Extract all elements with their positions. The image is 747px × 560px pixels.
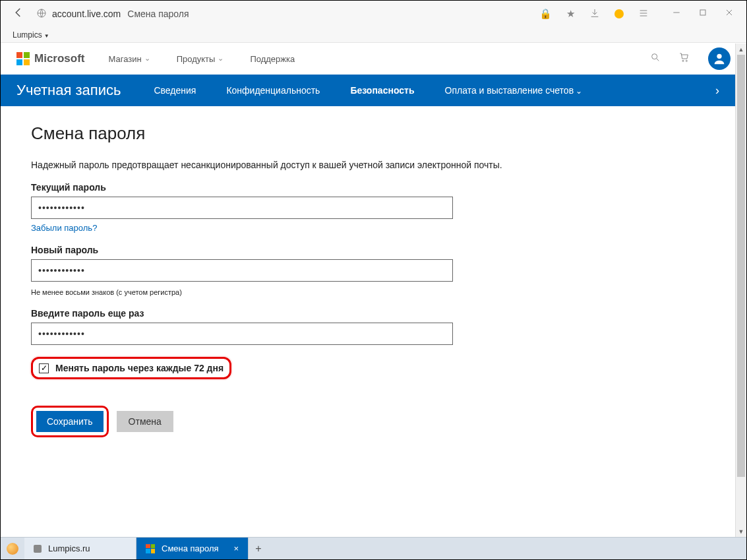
nav-store[interactable]: Магазин — [109, 54, 150, 64]
start-orb-icon — [7, 543, 18, 555]
main-content: Смена пароля Надежный пароль предотвраща… — [1, 106, 746, 454]
new-password-label: Новый пароль — [31, 245, 716, 255]
new-tab-button[interactable]: + — [249, 538, 268, 559]
account-heading: Учетная запись — [16, 82, 121, 99]
confirm-password-label: Введите пароль еще раз — [31, 308, 716, 319]
scroll-thumb[interactable] — [737, 55, 745, 477]
microsoft-logo-text: Microsoft — [34, 52, 85, 65]
nav-products[interactable]: Продукты — [177, 54, 224, 64]
search-icon[interactable] — [650, 52, 661, 65]
tab-privacy[interactable]: Конфиденциальность — [226, 85, 320, 96]
new-password-input[interactable]: •••••••••••• — [31, 259, 453, 282]
menu-icon[interactable] — [638, 8, 649, 20]
lock-icon[interactable]: 🔒 — [539, 8, 552, 20]
rotate-password-checkbox[interactable]: ✓ — [39, 363, 49, 373]
taskbar-tab-lumpics[interactable]: Lumpics.ru — [24, 538, 136, 559]
extension-icon[interactable] — [614, 9, 624, 18]
taskbar-tab-active[interactable]: Смена пароля × — [136, 538, 249, 559]
confirm-password-input[interactable]: •••••••••••• — [31, 323, 453, 345]
taskbar-tab-label: Смена пароля — [162, 544, 219, 553]
cart-icon[interactable] — [679, 52, 690, 65]
window-close-icon[interactable] — [724, 7, 734, 20]
rotate-password-highlight: ✓ Менять пароль через каждые 72 дня — [31, 357, 231, 379]
svg-point-2 — [652, 54, 657, 59]
svg-point-4 — [686, 60, 687, 61]
bookmark-item[interactable]: Lumpics▼ — [13, 30, 49, 40]
nav-scroll-right-icon[interactable]: › — [704, 84, 731, 98]
page-subtitle: Надежный пароль предотвращает несанкцион… — [31, 160, 716, 170]
url-page-title: Смена пароля — [127, 9, 189, 19]
save-button[interactable]: Сохранить — [36, 411, 104, 432]
tab-security[interactable]: Безопасность — [350, 85, 414, 96]
url-host: account.live.com — [52, 9, 121, 19]
window-minimize-icon[interactable] — [671, 7, 682, 20]
address-bar[interactable]: account.live.com Смена пароля — [36, 8, 527, 20]
downloads-icon[interactable] — [589, 8, 600, 20]
bookmark-star-icon[interactable]: ★ — [566, 8, 575, 20]
windows-logo-icon — [146, 544, 155, 553]
avatar[interactable] — [708, 47, 731, 70]
save-button-highlight: Сохранить — [31, 406, 109, 437]
window-maximize-icon[interactable] — [698, 7, 708, 20]
forgot-password-link[interactable]: Забыли пароль? — [31, 223, 716, 233]
nav-support[interactable]: Поддержка — [250, 54, 295, 64]
account-nav: Учетная запись Сведения Конфиденциальнос… — [1, 75, 746, 106]
microsoft-logo-icon — [16, 52, 30, 65]
top-nav: Магазин Продукты Поддержка — [109, 54, 295, 64]
taskbar-tab-label: Lumpics.ru — [48, 544, 90, 553]
tab-favicon-icon — [34, 545, 42, 553]
tab-close-icon[interactable]: × — [233, 544, 239, 553]
bookmarks-bar: Lumpics▼ — [1, 27, 746, 43]
current-password-input[interactable]: •••••••••••• — [31, 197, 453, 219]
microsoft-logo[interactable]: Microsoft — [16, 52, 85, 65]
back-button[interactable] — [13, 7, 24, 21]
vertical-scrollbar[interactable]: ▲ ▼ — [735, 44, 746, 537]
rotate-password-label: Менять пароль через каждые 72 дня — [55, 363, 224, 373]
site-header: Microsoft Магазин Продукты Поддержка — [1, 43, 746, 75]
start-button[interactable] — [1, 538, 24, 559]
taskbar: Lumpics.ru Смена пароля × + — [1, 537, 746, 559]
svg-point-3 — [682, 60, 684, 61]
svg-rect-1 — [700, 10, 705, 15]
scroll-down-icon[interactable]: ▼ — [736, 526, 746, 537]
page-title: Смена пароля — [31, 123, 716, 144]
scroll-up-icon[interactable]: ▲ — [736, 44, 746, 55]
tab-billing[interactable]: Оплата и выставление счетов — [445, 85, 583, 96]
globe-icon — [36, 8, 47, 20]
browser-toolbar: account.live.com Смена пароля 🔒 ★ — [1, 1, 746, 27]
tab-info[interactable]: Сведения — [154, 85, 196, 96]
password-hint: Не менее восьми знаков (с учетом регистр… — [31, 288, 716, 296]
svg-point-5 — [717, 54, 721, 59]
cancel-button[interactable]: Отмена — [117, 411, 173, 432]
current-password-label: Текущий пароль — [31, 182, 716, 193]
